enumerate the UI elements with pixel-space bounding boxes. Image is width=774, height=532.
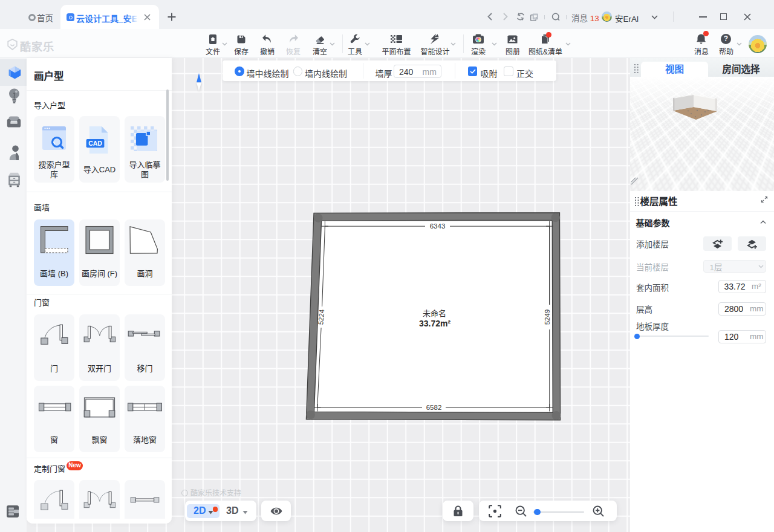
svg-text:6582: 6582 [426,404,442,411]
svg-text:5249: 5249 [544,310,551,325]
svg-text:未命名: 未命名 [423,309,446,318]
svg-text:CAD: CAD [88,140,102,147]
svg-text:6343: 6343 [430,222,446,230]
svg-text:5224: 5224 [317,309,325,325]
svg-text:33.72m²: 33.72m² [419,319,450,328]
